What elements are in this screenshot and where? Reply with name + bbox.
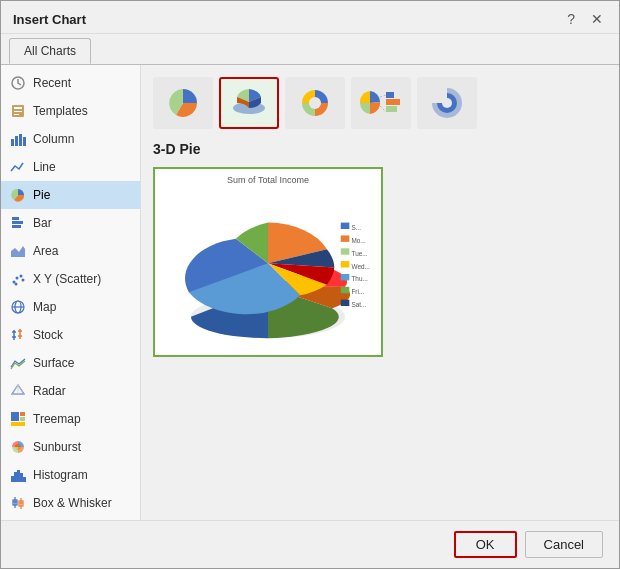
- sidebar-item-column[interactable]: Column: [1, 125, 140, 153]
- sidebar-label-map: Map: [33, 300, 56, 314]
- sidebar-label-line: Line: [33, 160, 56, 174]
- chart-type-bar-of-pie[interactable]: [351, 77, 411, 129]
- svg-rect-9: [12, 217, 19, 220]
- preview-chart-area: S... Mo... Tue... Wed... Thu... Fri... S…: [161, 189, 375, 353]
- ok-button[interactable]: OK: [454, 531, 517, 558]
- pie-icon: [9, 186, 27, 204]
- svg-marker-12: [11, 246, 25, 257]
- chart-type-doughnut[interactable]: [285, 77, 345, 129]
- sidebar-item-treemap[interactable]: Treemap: [1, 405, 140, 433]
- sidebar-label-scatter: X Y (Scatter): [33, 272, 101, 286]
- radar-icon: [9, 382, 27, 400]
- svg-text:S...: S...: [351, 224, 361, 231]
- svg-rect-10: [12, 221, 23, 224]
- svg-text:Fri...: Fri...: [351, 288, 364, 295]
- svg-point-65: [442, 98, 452, 108]
- main-panel: 3-D Pie Sum of Total Income: [141, 65, 619, 520]
- svg-rect-67: [341, 223, 350, 229]
- tab-all-charts[interactable]: All Charts: [9, 38, 91, 64]
- svg-rect-69: [341, 235, 350, 241]
- tab-bar: All Charts: [1, 34, 619, 65]
- dialog-title: Insert Chart: [13, 12, 86, 27]
- close-button[interactable]: ✕: [587, 9, 607, 29]
- sidebar-item-sunburst[interactable]: Sunburst: [1, 433, 140, 461]
- svg-line-64: [380, 106, 386, 112]
- sidebar-item-histogram[interactable]: Histogram: [1, 461, 140, 489]
- svg-rect-4: [14, 114, 19, 115]
- sidebar-item-templates[interactable]: Templates: [1, 97, 140, 125]
- svg-point-17: [15, 283, 18, 286]
- svg-point-59: [309, 97, 321, 109]
- sidebar-label-area: Area: [33, 244, 58, 258]
- svg-rect-38: [17, 470, 20, 482]
- svg-line-63: [380, 95, 386, 97]
- chart-type-pie-3d[interactable]: [219, 77, 279, 129]
- svg-text:Sat...: Sat...: [351, 301, 366, 308]
- sidebar-label-stock: Stock: [33, 328, 63, 342]
- help-button[interactable]: ?: [563, 9, 579, 29]
- content-area: Recent Templates Column Line: [1, 65, 619, 520]
- svg-text:Wed...: Wed...: [351, 263, 370, 270]
- stock-icon: [9, 326, 27, 344]
- svg-rect-33: [20, 417, 25, 421]
- svg-rect-37: [14, 472, 17, 482]
- sidebar-label-sunburst: Sunburst: [33, 440, 81, 454]
- title-bar: Insert Chart ? ✕: [1, 1, 619, 34]
- cancel-button[interactable]: Cancel: [525, 531, 603, 558]
- svg-point-16: [22, 279, 25, 282]
- svg-rect-34: [11, 422, 25, 426]
- svg-rect-3: [14, 111, 22, 112]
- svg-rect-71: [341, 248, 350, 254]
- sidebar-label-pie: Pie: [33, 188, 50, 202]
- map-icon: [9, 298, 27, 316]
- sidebar-item-scatter[interactable]: X Y (Scatter): [1, 265, 140, 293]
- svg-rect-7: [19, 134, 22, 146]
- sidebar-label-treemap: Treemap: [33, 412, 81, 426]
- svg-rect-60: [386, 92, 394, 98]
- sidebar-label-column: Column: [33, 132, 74, 146]
- dialog-footer: OK Cancel: [1, 520, 619, 568]
- svg-text:Tue...: Tue...: [351, 250, 367, 257]
- sidebar-item-radar[interactable]: Radar: [1, 377, 140, 405]
- column-icon: [9, 130, 27, 148]
- sidebar: Recent Templates Column Line: [1, 65, 141, 520]
- bar-icon: [9, 214, 27, 232]
- sidebar-item-recent[interactable]: Recent: [1, 69, 140, 97]
- svg-rect-77: [341, 287, 350, 293]
- svg-rect-39: [20, 473, 23, 482]
- svg-rect-8: [23, 137, 26, 146]
- svg-rect-61: [386, 99, 400, 105]
- sidebar-label-histogram: Histogram: [33, 468, 88, 482]
- sunburst-icon: [9, 438, 27, 456]
- svg-rect-6: [15, 136, 18, 146]
- chart-type-doughnut-ring[interactable]: [417, 77, 477, 129]
- sidebar-label-bar: Bar: [33, 216, 52, 230]
- chart-type-pie-2d[interactable]: [153, 77, 213, 129]
- sidebar-item-box-whisker[interactable]: Box & Whisker: [1, 489, 140, 517]
- svg-rect-62: [386, 106, 397, 112]
- sidebar-label-recent: Recent: [33, 76, 71, 90]
- svg-rect-36: [11, 476, 14, 482]
- sidebar-item-map[interactable]: Map: [1, 293, 140, 321]
- svg-rect-11: [12, 225, 21, 228]
- svg-rect-32: [20, 412, 25, 416]
- chart-types-row: [153, 77, 607, 129]
- sidebar-label-templates: Templates: [33, 104, 88, 118]
- sidebar-item-area[interactable]: Area: [1, 237, 140, 265]
- treemap-icon: [9, 410, 27, 428]
- svg-rect-31: [11, 412, 19, 421]
- sidebar-item-pie[interactable]: Pie: [1, 181, 140, 209]
- svg-line-29: [18, 385, 24, 394]
- sidebar-item-stock[interactable]: Stock: [1, 321, 140, 349]
- line-icon: [9, 158, 27, 176]
- surface-icon: [9, 354, 27, 372]
- sidebar-item-line[interactable]: Line: [1, 153, 140, 181]
- sidebar-item-bar[interactable]: Bar: [1, 209, 140, 237]
- svg-rect-40: [23, 477, 26, 482]
- templates-icon: [9, 102, 27, 120]
- svg-rect-73: [341, 261, 350, 267]
- sidebar-item-surface[interactable]: Surface: [1, 349, 140, 377]
- histogram-icon: [9, 466, 27, 484]
- box-whisker-icon: [9, 494, 27, 512]
- sidebar-label-surface: Surface: [33, 356, 74, 370]
